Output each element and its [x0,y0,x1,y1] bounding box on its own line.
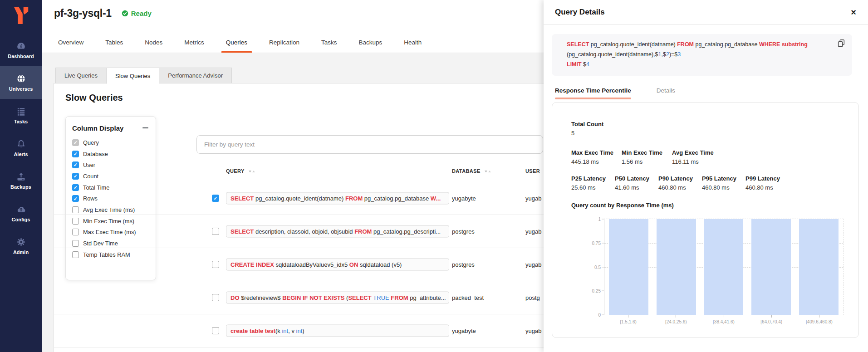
user-cell: yugab [525,261,541,268]
page-title: pf-3g-ysql-1 [54,7,112,20]
globe-icon [16,73,26,84]
status-label: Ready [131,10,152,17]
row-checkbox[interactable] [212,327,219,334]
x-tick-label: [1.5,1.6) [608,315,648,324]
column-option-query[interactable]: ✓Query [72,137,149,148]
row-checkbox[interactable]: ✓ [212,195,219,202]
query-details-title: Query Details [555,8,605,17]
sql-line: LIMIT $4 [567,60,829,70]
total-count-value: 5 [571,130,858,137]
row-checkbox[interactable] [212,228,219,235]
tab-tables[interactable]: Tables [104,32,124,53]
subtab-performance-advisor[interactable]: Performance Advisor [159,68,232,83]
stat-p90-latency: P90 Latency460.80 ms [658,175,702,191]
tab-tasks[interactable]: Tasks [320,32,338,53]
details-tab-details[interactable]: Details [657,87,675,94]
y-tick-label: 0.75 [583,240,601,245]
sql-token-kw: W... [431,195,441,202]
tab-replication[interactable]: Replication [268,32,300,53]
tab-health[interactable]: Health [403,32,422,53]
details-tab-label: Details [657,87,675,94]
sql-line: SELECT pg_catalog.quote_ident(datname) F… [567,40,829,50]
sidebar-item-backups[interactable]: Backups [0,164,42,197]
check-icon: ✓ [74,162,78,167]
stat-label: Avg Exec Time [672,149,722,156]
details-tab-response-time-percentile[interactable]: Response Time Percentile [555,87,631,99]
sql-token-p: pg_catalog.pg_database [696,41,759,48]
tab-label: Queries [226,39,247,46]
total-count-label: Total Count [571,121,858,127]
query-details-header: Query Details × [544,0,868,25]
cloud-upload-icon [16,204,26,215]
x-tick-text: [409.6,460.8) [799,319,839,324]
sidebar-item-alerts[interactable]: Alerts [0,132,42,164]
subtab-live-queries[interactable]: Live Queries [55,68,106,83]
sql-token-p: (k [275,328,282,334]
sidebar-item-label: Admin [13,249,29,255]
sql-token-p: $redefineview$ [241,294,282,301]
copy-icon[interactable] [837,39,847,49]
column-checkbox-database[interactable]: ✓ [72,151,79,157]
check-icon: ✓ [214,196,218,201]
column-checkbox-user[interactable]: ✓ [72,161,79,168]
query-cell[interactable]: CREATE INDEX sqldataloadByValuev5_idx5 O… [226,259,449,271]
chart-x-labels: [1.5,1.6)[24.0,25.6)[38.4,41.6)[64.0,70.… [604,315,843,324]
column-option-database[interactable]: ✓Database [72,148,149,160]
y-tick-label: 0 [583,313,601,318]
tab-queries[interactable]: Queries [225,32,248,53]
row-checkbox[interactable] [212,261,219,268]
sidebar-item-admin[interactable]: Admin [0,230,42,262]
tab-label: Backups [358,39,382,46]
details-tabs: Response Time PercentileDetails [555,87,868,99]
column-header-query[interactable]: QUERY [226,168,255,174]
sidebar-item-dashboard[interactable]: Dashboard [0,34,42,66]
sql-token-kw: FROM [677,41,695,48]
sql-token-kw: create table test [230,328,275,334]
active-tab-underline [221,51,252,53]
column-header-database[interactable]: DATABASE [452,168,491,174]
query-cell[interactable]: DO $redefineview$ BEGIN IF NOT EXISTS (S… [226,292,449,304]
subtab-label: Slow Queries [115,73,150,79]
query-filter-input[interactable] [196,135,543,154]
sidebar-item-tasks[interactable]: Tasks [0,99,42,132]
y-tick-label: 1 [583,217,601,222]
x-tick-label: [409.6,460.8) [799,315,839,324]
query-cell[interactable]: SELECT pg_catalog.quote_ident(datname) F… [226,192,449,205]
collapse-button[interactable] [141,124,149,132]
sql-token-kw: ON [349,261,360,268]
sql-token-kw: CREATE INDEX [230,261,275,268]
tab-nodes[interactable]: Nodes [144,32,163,53]
query-subtabs: Live QueriesSlow QueriesPerformance Advi… [55,68,232,83]
stat-value: 25.60 ms [571,184,615,191]
sort-icons [485,171,491,172]
sql-token-b: 3 [677,51,681,58]
column-checkbox-query[interactable]: ✓ [72,139,79,146]
query-cell[interactable]: create table test(k int, v int) [226,325,449,337]
yugabyte-logo-icon[interactable] [0,4,42,27]
sidebar-item-universes[interactable]: Universes [0,66,42,99]
stat-value: 460.80 ms [745,184,789,191]
row-checkbox[interactable] [212,294,219,301]
tab-metrics[interactable]: Metrics [183,32,205,53]
active-tab-underline [555,98,631,99]
stat-p50-latency: P50 Latency41.60 ms [615,175,658,191]
tab-backups[interactable]: Backups [358,32,383,53]
total-count-block: Total Count 5 [571,121,858,137]
sidebar-nav: DashboardUniversesTasksAlertsBackupsConf… [0,34,42,262]
sql-token-kw: WHERE substring [759,41,808,48]
stat-value: 460.80 ms [702,184,745,191]
close-icon[interactable]: × [851,8,856,17]
column-header-user[interactable]: USER [525,168,540,174]
sql-token-p: pg_catalog.quote_ident(datname) [255,195,345,202]
query-cell[interactable]: SELECT description, classoid, objoid, ob… [226,225,449,238]
subtab-slow-queries[interactable]: Slow Queries [106,68,159,84]
sidebar: DashboardUniversesTasksAlertsBackupsConf… [0,0,42,352]
column-option-label: User [83,161,95,168]
sql-token-kw: SELECT [567,41,591,48]
sql-token-kw: DO [230,294,241,301]
sql-token-kw: SELECT [230,195,255,202]
chart-bar [657,219,696,315]
sidebar-item-configs[interactable]: Configs [0,197,42,230]
sidebar-item-label: Backups [10,184,31,190]
tab-overview[interactable]: Overview [57,32,84,53]
